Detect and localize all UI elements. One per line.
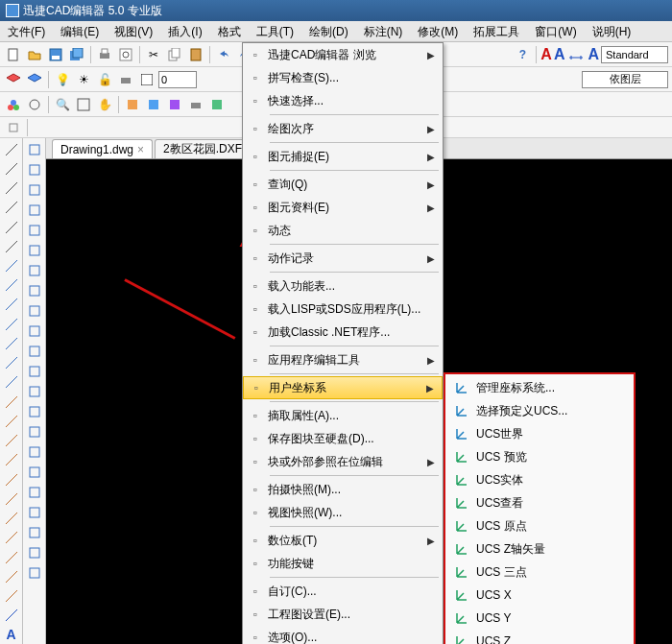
tool-c-icon[interactable] <box>165 95 184 114</box>
paste-icon[interactable] <box>186 45 205 64</box>
draw-tool-2[interactable] <box>2 179 21 197</box>
draw-tool-9[interactable] <box>2 315 21 333</box>
menu-编辑(E)[interactable]: 编辑(E) <box>53 21 107 41</box>
modify-tool-4[interactable] <box>25 221 44 240</box>
menu-item[interactable]: ▫拍摄快照(M)... <box>243 478 443 501</box>
draw-tool-11[interactable] <box>2 354 21 372</box>
pan-icon[interactable]: ✋ <box>95 95 114 114</box>
draw-tool-0[interactable] <box>2 140 21 158</box>
menu-item[interactable]: ▫应用程序编辑工具▶ <box>243 348 443 371</box>
draw-tool-3[interactable] <box>2 199 21 217</box>
tool-a-icon[interactable] <box>123 95 142 114</box>
ucs-item[interactable]: UCS世界 <box>445 422 634 445</box>
ucs-item[interactable]: UCS 原点 <box>445 514 634 537</box>
color-swatch-icon[interactable] <box>137 70 156 89</box>
ucs-item[interactable]: UCS实体 <box>445 468 634 491</box>
menu-item[interactable]: ▫拼写检查(S)... <box>243 66 443 89</box>
text-blue-icon[interactable]: A <box>554 46 565 63</box>
draw-tool-10[interactable] <box>2 334 21 352</box>
ucs-item[interactable]: UCS Z轴矢量 <box>445 537 634 561</box>
snap-icon[interactable] <box>4 118 23 137</box>
lock-icon[interactable]: 🔓 <box>95 70 114 89</box>
menu-插入(I)[interactable]: 插入(I) <box>160 21 209 41</box>
draw-tool-19[interactable] <box>2 509 21 527</box>
cut-icon[interactable]: ✂ <box>144 45 163 64</box>
modify-tool-2[interactable] <box>25 180 44 200</box>
modify-tool-19[interactable] <box>25 523 44 542</box>
menu-item[interactable]: ▫功能按键 <box>243 552 443 575</box>
modify-tool-7[interactable] <box>25 281 44 300</box>
zoom-in-icon[interactable]: 🔍 <box>53 95 72 114</box>
open-icon[interactable] <box>25 45 44 64</box>
draw-tool-6[interactable] <box>2 256 21 274</box>
draw-tool-23[interactable] <box>2 586 21 605</box>
preview-icon[interactable] <box>116 45 135 64</box>
help-icon[interactable]: ? <box>513 45 532 64</box>
undo-icon[interactable] <box>214 45 233 64</box>
modify-tool-15[interactable] <box>25 442 44 462</box>
bylayer-select[interactable]: 依图层 <box>582 71 668 88</box>
ucs-item[interactable]: UCS 三点 <box>445 561 634 584</box>
modify-tool-6[interactable] <box>25 261 44 280</box>
modify-tool-5[interactable] <box>25 241 44 260</box>
ucs-item[interactable]: UCS X <box>445 584 634 607</box>
print-layer-icon[interactable] <box>116 70 135 89</box>
bulb-icon[interactable]: 💡 <box>53 70 72 89</box>
draw-tool-14[interactable] <box>2 412 21 430</box>
draw-tool-7[interactable] <box>2 276 21 295</box>
print-icon[interactable] <box>95 45 114 64</box>
render-icon[interactable] <box>4 95 23 114</box>
modify-tool-13[interactable] <box>25 402 44 421</box>
draw-tool-24[interactable] <box>2 607 21 625</box>
zoom-extents-icon[interactable] <box>74 95 93 114</box>
menu-窗口(W)[interactable]: 窗口(W) <box>527 21 584 41</box>
menu-工具(T)[interactable]: 工具(T) <box>249 21 301 41</box>
draw-tool-18[interactable] <box>2 489 21 508</box>
modify-tool-14[interactable] <box>25 422 44 441</box>
modify-tool-1[interactable] <box>25 160 44 179</box>
ucs-item[interactable]: 选择预定义UCS... <box>445 399 634 422</box>
layer-input[interactable] <box>158 71 197 88</box>
print2-icon[interactable] <box>186 95 205 114</box>
new-icon[interactable] <box>4 45 23 64</box>
menu-item[interactable]: ▫图元资料(E)▶ <box>243 196 443 219</box>
modify-tool-17[interactable] <box>25 483 44 502</box>
draw-tool-13[interactable] <box>2 393 21 411</box>
modify-tool-21[interactable] <box>25 563 44 583</box>
ucs-item[interactable]: 管理座标系统... <box>445 376 634 399</box>
modify-tool-10[interactable] <box>25 342 44 361</box>
sun-icon[interactable]: ☀ <box>74 70 93 89</box>
draw-tool-17[interactable] <box>2 470 21 489</box>
menu-文件(F)[interactable]: 文件(F) <box>0 21 53 41</box>
menu-item[interactable]: ▫块或外部参照在位编辑▶ <box>243 450 443 473</box>
style-select[interactable]: Standard <box>601 46 668 63</box>
menu-item[interactable]: ▫迅捷CAD编辑器 浏览▶ <box>243 43 443 66</box>
menu-item[interactable]: ▫查询(Q)▶ <box>243 173 443 196</box>
menu-item[interactable]: ▫数位板(T)▶ <box>243 529 443 552</box>
modify-tool-11[interactable] <box>25 362 44 381</box>
draw-tool-22[interactable] <box>2 567 21 585</box>
draw-tool-15[interactable] <box>2 432 21 450</box>
modify-tool-0[interactable] <box>25 140 44 159</box>
ucs-item[interactable]: UCS Z <box>445 630 634 644</box>
menu-item[interactable]: ▫加载Classic .NET程序... <box>243 321 443 344</box>
text-red-icon[interactable]: A <box>540 46 552 63</box>
save-all-icon[interactable] <box>67 45 86 64</box>
ucs-item[interactable]: UCS Y <box>445 607 634 630</box>
close-tab-icon[interactable]: × <box>137 143 144 156</box>
wireframe-icon[interactable] <box>25 95 44 114</box>
menu-拓展工具[interactable]: 拓展工具 <box>466 21 527 41</box>
menu-修改(M)[interactable]: 修改(M) <box>410 21 466 41</box>
menu-item[interactable]: ▫动作记录▶ <box>243 247 443 270</box>
text-tool[interactable]: A <box>2 626 21 644</box>
modify-tool-18[interactable] <box>25 503 44 522</box>
modify-tool-20[interactable] <box>25 543 44 562</box>
ucs-item[interactable]: UCS查看 <box>445 491 634 514</box>
menu-item[interactable]: ▫动态 <box>243 219 443 242</box>
menu-item[interactable]: ▫自订(C)... <box>243 580 443 603</box>
draw-tool-1[interactable] <box>2 159 21 178</box>
modify-tool-12[interactable] <box>25 382 44 401</box>
draw-tool-20[interactable] <box>2 529 21 547</box>
draw-tool-16[interactable] <box>2 451 21 469</box>
layers2-icon[interactable] <box>25 70 44 89</box>
